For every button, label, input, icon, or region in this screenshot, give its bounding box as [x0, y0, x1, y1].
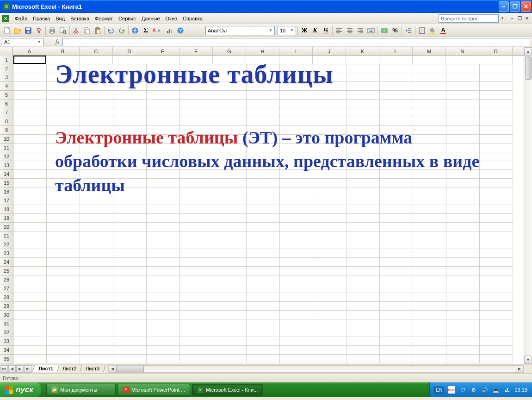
cell-J3[interactable] — [313, 73, 346, 82]
cell-H26[interactable] — [247, 275, 280, 284]
cell-M10[interactable] — [413, 135, 446, 144]
row-head-28[interactable]: 28 — [0, 293, 13, 302]
cell-C7[interactable] — [80, 108, 113, 117]
row-head-29[interactable]: 29 — [0, 302, 13, 311]
cell-A5[interactable] — [13, 91, 47, 100]
menu-format[interactable]: Формат — [92, 14, 116, 23]
cell-F34[interactable] — [180, 346, 213, 355]
cell-N3[interactable] — [446, 73, 480, 82]
cell-F31[interactable] — [180, 319, 213, 328]
cell-L15[interactable] — [380, 179, 413, 188]
cell-M35[interactable] — [413, 355, 446, 363]
fill-color-icon[interactable] — [427, 25, 438, 36]
cell-J25[interactable] — [313, 267, 346, 275]
tray-icon-3[interactable]: 💻 — [492, 386, 500, 394]
row-head-16[interactable]: 16 — [0, 188, 13, 196]
cell-A8[interactable] — [13, 117, 47, 126]
cell-D11[interactable] — [113, 144, 147, 152]
toolbar-options-icon[interactable]: ⋮ — [189, 25, 199, 36]
tray-icon-1[interactable]: 🛡 — [459, 386, 466, 394]
cell-E33[interactable] — [147, 337, 180, 346]
cell-F16[interactable] — [180, 188, 213, 196]
tray-icon-4[interactable]: 🖧 — [503, 386, 511, 394]
cell-I21[interactable] — [280, 231, 313, 240]
cell-L26[interactable] — [380, 275, 413, 284]
cell-C33[interactable] — [80, 337, 113, 346]
cell-M1[interactable] — [413, 56, 446, 64]
cell-C1[interactable] — [80, 56, 113, 64]
cell-H15[interactable] — [247, 179, 280, 188]
cell-G11[interactable] — [213, 144, 247, 152]
cell-G20[interactable] — [213, 223, 247, 231]
cell-L13[interactable] — [380, 161, 413, 170]
cell-E12[interactable] — [147, 152, 180, 161]
cell-D31[interactable] — [113, 319, 147, 328]
cell-N25[interactable] — [446, 267, 480, 275]
cell-G24[interactable] — [213, 258, 247, 267]
row-head-26[interactable]: 26 — [0, 275, 13, 284]
cell-N11[interactable] — [446, 144, 480, 152]
cell-E7[interactable] — [147, 108, 180, 117]
cell-M31[interactable] — [413, 319, 446, 328]
cell-F30[interactable] — [180, 311, 213, 319]
cell-K4[interactable] — [346, 82, 380, 91]
cell-F3[interactable] — [180, 73, 213, 82]
cell-L24[interactable] — [380, 258, 413, 267]
cell-D17[interactable] — [113, 196, 147, 205]
cell-H34[interactable] — [247, 346, 280, 355]
cell-J5[interactable] — [313, 91, 346, 100]
cell-J15[interactable] — [313, 179, 346, 188]
cell-H18[interactable] — [247, 205, 280, 214]
cell-F25[interactable] — [180, 267, 213, 275]
cell-A35[interactable] — [13, 355, 47, 363]
cell-A29[interactable] — [13, 302, 47, 311]
cell-I35[interactable] — [280, 355, 313, 363]
cell-O33[interactable] — [480, 337, 513, 346]
cell-D2[interactable] — [113, 64, 147, 73]
cell-M12[interactable] — [413, 152, 446, 161]
menu-view[interactable]: Вид — [53, 14, 68, 23]
cell-O26[interactable] — [480, 275, 513, 284]
row-head-24[interactable]: 24 — [0, 258, 13, 267]
cell-C26[interactable] — [80, 275, 113, 284]
cell-E14[interactable] — [147, 170, 180, 179]
cell-H30[interactable] — [247, 311, 280, 319]
cell-B29[interactable] — [47, 302, 80, 311]
cell-H20[interactable] — [247, 223, 280, 231]
cell-O22[interactable] — [480, 240, 513, 249]
cell-K11[interactable] — [346, 144, 380, 152]
cell-J7[interactable] — [313, 108, 346, 117]
cell-M17[interactable] — [413, 196, 446, 205]
col-head-b[interactable]: B — [46, 47, 80, 56]
cell-E10[interactable] — [147, 135, 180, 144]
cell-O29[interactable] — [480, 302, 513, 311]
cell-K35[interactable] — [346, 355, 380, 363]
cell-K1[interactable] — [346, 56, 379, 64]
cell-N35[interactable] — [446, 355, 480, 363]
cell-G2[interactable] — [213, 64, 247, 73]
cell-K19[interactable] — [346, 214, 380, 223]
cell-L34[interactable] — [380, 346, 413, 355]
cell-N2[interactable] — [446, 64, 480, 73]
cell-M9[interactable] — [413, 126, 446, 135]
cell-C19[interactable] — [80, 214, 113, 223]
cell-J34[interactable] — [313, 346, 346, 355]
cell-O11[interactable] — [480, 144, 513, 152]
autosum-icon[interactable]: Σ — [141, 25, 151, 36]
cell-A28[interactable] — [13, 293, 47, 302]
cell-N29[interactable] — [446, 302, 480, 311]
formula-input[interactable] — [62, 38, 530, 46]
cell-A9[interactable] — [13, 126, 47, 135]
cell-J20[interactable] — [313, 223, 346, 231]
cell-L20[interactable] — [380, 223, 413, 231]
cell-J28[interactable] — [313, 293, 346, 302]
col-head-n[interactable]: N — [446, 47, 479, 56]
cell-B14[interactable] — [47, 170, 80, 179]
cell-F19[interactable] — [180, 214, 213, 223]
cell-I13[interactable] — [280, 161, 313, 170]
cell-G31[interactable] — [213, 319, 247, 328]
cell-N27[interactable] — [446, 284, 480, 293]
cell-A20[interactable] — [13, 223, 47, 231]
cell-D12[interactable] — [113, 152, 147, 161]
col-head-l[interactable]: L — [379, 47, 413, 56]
